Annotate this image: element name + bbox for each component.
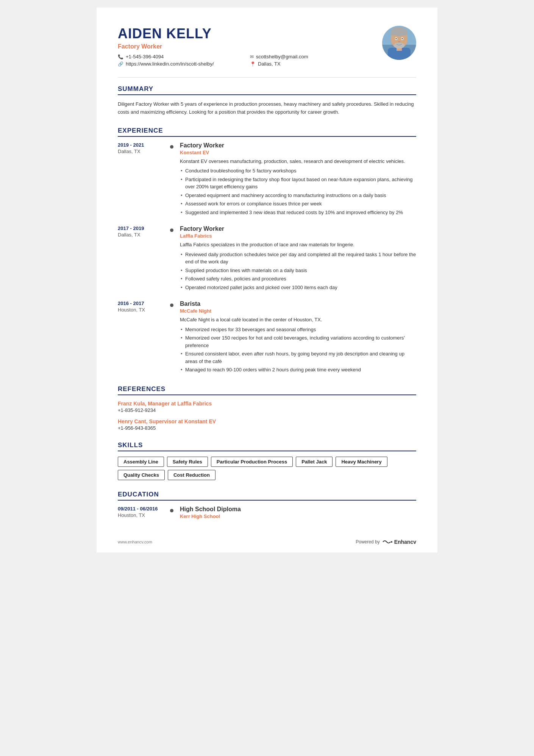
exp-bullet-item: Operated equipment and machinery accordi…: [180, 192, 416, 199]
ref-phone-2: +1-956-943-8365: [118, 425, 416, 431]
exp-bullets-3: Memorized recipes for 33 beverages and s…: [180, 326, 416, 374]
exp-content-3: Barista McCafe Night McCafe Night is a l…: [176, 301, 416, 375]
phone-contact: 📞 +1-545-396-4094: [118, 54, 239, 59]
enhancv-logo: Enhancv: [382, 539, 416, 545]
powered-by-label: Powered by: [356, 539, 379, 545]
skill-pallet-jack: Pallet Jack: [296, 457, 333, 467]
skill-quality-checks: Quality Checks: [118, 470, 165, 480]
edu-dot-1: [170, 509, 173, 512]
edu-content-1: High School Diploma Kerr High School: [176, 506, 416, 519]
ref-phone-1: +1-835-912-9234: [118, 407, 416, 413]
exp-role-2: Factory Worker: [180, 225, 416, 232]
ref-name-1: Franz Kula, Manager at Laffla Fabrics: [118, 401, 416, 407]
education-section: EDUCATION 09/2011 - 06/2016 Houston, TX …: [118, 491, 416, 519]
avatar: [382, 26, 416, 60]
summary-title: SUMMARY: [118, 85, 416, 95]
location-value: Dallas, TX: [258, 61, 281, 67]
location-icon: 📍: [250, 61, 256, 67]
exp-desc-2: Laffla Fabrics specializes in the produc…: [180, 241, 416, 249]
footer: www.enhancv.com Powered by Enhancv: [118, 539, 416, 545]
linkedin-contact[interactable]: 🔗 https://www.linkedin.com/in/scott-shel…: [118, 61, 239, 67]
exp-dot-3: [170, 304, 173, 307]
link-icon: 🔗: [118, 61, 123, 67]
exp-bullet-col-1: [167, 144, 176, 218]
edu-item-1: 09/2011 - 06/2016 Houston, TX High Schoo…: [118, 506, 416, 519]
exp-company-3: McCafe Night: [180, 308, 416, 314]
svg-point-11: [401, 38, 403, 39]
candidate-name: AIDEN KELLY: [118, 26, 371, 42]
exp-bullet-item: Conducted troubleshooting for 5 factory …: [180, 167, 416, 175]
exp-date-1: 2019 - 2021: [118, 142, 167, 148]
svg-point-13: [391, 541, 392, 543]
svg-point-7: [394, 42, 404, 49]
exp-company-2: Laffla Fabrics: [180, 233, 416, 239]
exp-bullets-1: Conducted troubleshooting for 5 factory …: [180, 167, 416, 216]
edu-loc-1: Houston, TX: [118, 512, 167, 518]
skills-grid: Assembly Line Safety Rules Particular Pr…: [118, 457, 416, 480]
skill-production-process: Particular Production Process: [211, 457, 293, 467]
references-section: REFERENCES Franz Kula, Manager at Laffla…: [118, 385, 416, 431]
exp-bullet-item: Managed to reach 90-100 orders within 2 …: [180, 366, 416, 374]
header-left: AIDEN KELLY Factory Worker 📞 +1-545-396-…: [118, 26, 371, 67]
exp-bullet-col-2: [167, 227, 176, 292]
exp-loc-3: Houston, TX: [118, 307, 167, 313]
summary-section: SUMMARY Diligent Factory Worker with 5 y…: [118, 85, 416, 116]
exp-item-2: 2017 - 2019 Dallas, TX Factory Worker La…: [118, 225, 416, 292]
email-value: scottshelby@gmail.com: [256, 54, 308, 59]
exp-bullet-item: Memorized recipes for 33 beverages and s…: [180, 326, 416, 333]
exp-bullet-col-3: [167, 302, 176, 375]
references-title: REFERENCES: [118, 385, 416, 395]
ref-name-2: Henry Cant, Supervisor at Konstant EV: [118, 418, 416, 424]
exp-date-loc-3: 2016 - 2017 Houston, TX: [118, 301, 167, 375]
phone-value: +1-545-396-4094: [126, 54, 164, 59]
svg-point-10: [395, 38, 397, 39]
exp-role-1: Factory Worker: [180, 142, 416, 149]
exp-date-3: 2016 - 2017: [118, 301, 167, 306]
education-title: EDUCATION: [118, 491, 416, 501]
exp-dot-1: [170, 145, 173, 149]
exp-item-3: 2016 - 2017 Houston, TX Barista McCafe N…: [118, 301, 416, 375]
edu-school-1: Kerr High School: [180, 513, 416, 519]
exp-desc-1: Konstant EV oversees manufacturing, prod…: [180, 158, 416, 165]
exp-loc-2: Dallas, TX: [118, 232, 167, 238]
exp-bullet-item: Ensured consistent labor, even after rus…: [180, 350, 416, 365]
edu-bullet-col-1: [167, 507, 176, 519]
exp-bullet-item: Suggested and implemented 3 new ideas th…: [180, 209, 416, 216]
job-title: Factory Worker: [118, 43, 371, 50]
experience-section: EXPERIENCE 2019 - 2021 Dallas, TX Factor…: [118, 127, 416, 375]
resume-page: AIDEN KELLY Factory Worker 📞 +1-545-396-…: [97, 8, 437, 553]
exp-date-2: 2017 - 2019: [118, 225, 167, 231]
location-contact: 📍 Dallas, TX: [250, 61, 371, 67]
brand-name: Enhancv: [394, 539, 416, 545]
skills-section: SKILLS Assembly Line Safety Rules Partic…: [118, 441, 416, 480]
exp-content-1: Factory Worker Konstant EV Konstant EV o…: [176, 142, 416, 218]
exp-item-1: 2019 - 2021 Dallas, TX Factory Worker Ko…: [118, 142, 416, 218]
exp-bullet-item: Operated motorized pallet jacks and pick…: [180, 284, 416, 291]
skill-heavy-machinery: Heavy Machinery: [336, 457, 387, 467]
footer-right: Powered by Enhancv: [356, 539, 416, 545]
exp-company-1: Konstant EV: [180, 150, 416, 155]
header: AIDEN KELLY Factory Worker 📞 +1-545-396-…: [118, 26, 416, 67]
email-icon: ✉: [250, 54, 254, 59]
svg-rect-6: [391, 31, 408, 35]
exp-bullet-item: Participated in redesigning the factory …: [180, 176, 416, 191]
exp-dot-2: [170, 229, 173, 232]
edu-date-loc-1: 09/2011 - 06/2016 Houston, TX: [118, 506, 167, 519]
skill-cost-reduction: Cost Reduction: [168, 470, 215, 480]
exp-desc-3: McCafe Night is a local café located in …: [180, 316, 416, 324]
skills-title: SKILLS: [118, 441, 416, 451]
experience-title: EXPERIENCE: [118, 127, 416, 137]
exp-loc-1: Dallas, TX: [118, 149, 167, 154]
exp-date-loc-1: 2019 - 2021 Dallas, TX: [118, 142, 167, 218]
exp-bullet-item: Supplied production lines with materials…: [180, 267, 416, 274]
svg-point-12: [398, 41, 400, 42]
exp-bullet-item: Memorized over 150 recipes for hot and c…: [180, 334, 416, 349]
linkedin-value: https://www.linkedin.com/in/scott-shelby…: [126, 61, 214, 67]
ref-item-1: Franz Kula, Manager at Laffla Fabrics +1…: [118, 401, 416, 413]
exp-role-3: Barista: [180, 301, 416, 307]
phone-icon: 📞: [118, 54, 123, 59]
summary-text: Diligent Factory Worker with 5 years of …: [118, 100, 416, 116]
exp-bullet-item: Followed safety rules, policies and proc…: [180, 275, 416, 283]
exp-date-loc-2: 2017 - 2019 Dallas, TX: [118, 225, 167, 292]
header-divider: [118, 77, 416, 78]
